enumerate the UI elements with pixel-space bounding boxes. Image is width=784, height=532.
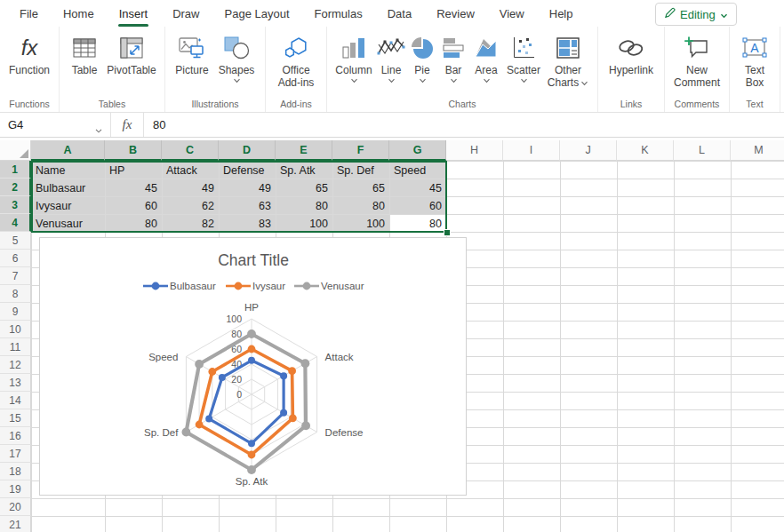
grid-cell-f3[interactable]: 80 bbox=[333, 197, 389, 214]
row-header-2[interactable]: 2 bbox=[0, 179, 31, 196]
column-header-k[interactable]: K bbox=[617, 140, 674, 161]
grid-cell-c1[interactable]: Attack bbox=[163, 162, 219, 179]
select-all-corner[interactable] bbox=[0, 140, 31, 161]
column-header-d[interactable]: D bbox=[219, 140, 276, 161]
grid-cell-a4[interactable]: Venusaur bbox=[32, 215, 105, 232]
grid-cell-a1[interactable]: Name bbox=[32, 162, 105, 179]
grid-cell-b2[interactable]: 45 bbox=[106, 179, 162, 196]
row-header-17[interactable]: 17 bbox=[0, 445, 31, 463]
pivottable-button[interactable]: PivotTable bbox=[104, 32, 159, 76]
grid-cell-f4[interactable]: 100 bbox=[333, 215, 389, 232]
office-add-ins-button[interactable]: Office Add-ins bbox=[271, 32, 321, 89]
row-header-1[interactable]: 1 bbox=[0, 161, 31, 179]
grid-cell-c2[interactable]: 49 bbox=[163, 179, 219, 196]
grid-cell-b4[interactable]: 80 bbox=[106, 215, 162, 232]
editing-mode-button[interactable]: Editing bbox=[655, 3, 737, 26]
row-header-15[interactable]: 15 bbox=[0, 409, 31, 427]
selection-fill-handle[interactable] bbox=[444, 229, 451, 236]
column-header-h[interactable]: H bbox=[446, 140, 503, 161]
row-header-6[interactable]: 6 bbox=[0, 250, 31, 267]
grid-cell-f1[interactable]: Sp. Def bbox=[333, 162, 389, 179]
gridline-vertical bbox=[731, 161, 732, 532]
bar-button[interactable]: Bar bbox=[437, 32, 469, 83]
grid-cell-c3[interactable]: 62 bbox=[163, 197, 219, 214]
new-comment-button[interactable]: New Comment bbox=[670, 32, 724, 89]
line-button[interactable]: Line bbox=[375, 32, 407, 83]
row-header-5[interactable]: 5 bbox=[0, 232, 31, 250]
column-header-m[interactable]: M bbox=[731, 140, 784, 161]
grid-cell-e4[interactable]: 100 bbox=[276, 215, 332, 232]
row-header-4[interactable]: 4 bbox=[0, 214, 31, 232]
grid-cell-d4[interactable]: 83 bbox=[220, 215, 276, 232]
picture-button[interactable]: Picture bbox=[171, 32, 213, 76]
grid-cell-e1[interactable]: Sp. Atk bbox=[276, 162, 332, 179]
row-header-12[interactable]: 12 bbox=[0, 356, 31, 374]
pie-button[interactable]: Pie bbox=[407, 32, 437, 83]
grid-cell-f2[interactable]: 65 bbox=[333, 179, 389, 196]
menu-tab-page-layout[interactable]: Page Layout bbox=[225, 0, 290, 27]
row-header-20[interactable]: 20 bbox=[0, 498, 31, 516]
embedded-radar-chart[interactable]: Chart TitleBulbasaurIvysaurVenusaur02040… bbox=[39, 237, 467, 496]
insert-function-button[interactable]: fx bbox=[111, 113, 144, 137]
grid-cell-g3[interactable]: 60 bbox=[390, 197, 446, 214]
legend-item-bulbasaur[interactable]: Bulbasaur bbox=[143, 281, 216, 291]
grid-cell-d2[interactable]: 49 bbox=[220, 179, 276, 196]
menu-tab-review[interactable]: Review bbox=[436, 0, 475, 27]
legend-item-ivysaur[interactable]: Ivysaur bbox=[226, 281, 285, 291]
menu-tab-data[interactable]: Data bbox=[388, 0, 412, 27]
menu-tab-home[interactable]: Home bbox=[63, 0, 94, 27]
grid-cell-g2[interactable]: 45 bbox=[390, 179, 446, 196]
hyperlink-button[interactable]: Hyperlink bbox=[604, 32, 659, 76]
area-button[interactable]: Area bbox=[469, 32, 503, 83]
column-header-a[interactable]: A bbox=[31, 140, 105, 161]
grid-cell-g1[interactable]: Speed bbox=[390, 162, 446, 179]
row-header-11[interactable]: 11 bbox=[0, 338, 31, 356]
column-header-b[interactable]: B bbox=[105, 140, 162, 161]
grid-cell-e2[interactable]: 65 bbox=[276, 179, 332, 196]
column-header-g[interactable]: G bbox=[389, 140, 446, 161]
menu-tab-help[interactable]: Help bbox=[549, 0, 573, 27]
row-header-21[interactable]: 21 bbox=[0, 516, 31, 532]
column-header-c[interactable]: C bbox=[162, 140, 219, 161]
grid-cell-c4[interactable]: 82 bbox=[163, 215, 219, 232]
grid-cell-d3[interactable]: 63 bbox=[220, 197, 276, 214]
column-header-f[interactable]: F bbox=[332, 140, 389, 161]
column-header-l[interactable]: L bbox=[674, 140, 731, 161]
row-header-7[interactable]: 7 bbox=[0, 267, 31, 285]
other-charts-button[interactable]: Other Charts bbox=[544, 32, 592, 89]
grid-cell-g4[interactable]: 80 bbox=[390, 215, 446, 232]
table-button[interactable]: Table bbox=[65, 32, 104, 76]
row-header-9[interactable]: 9 bbox=[0, 303, 31, 321]
menu-tab-draw[interactable]: Draw bbox=[172, 0, 199, 27]
menu-tab-view[interactable]: View bbox=[500, 0, 524, 27]
grid-cell-d1[interactable]: Defense bbox=[220, 162, 276, 179]
row-header-10[interactable]: 10 bbox=[0, 321, 31, 338]
row-header-3[interactable]: 3 bbox=[0, 196, 31, 214]
grid-cell-b3[interactable]: 60 bbox=[106, 197, 162, 214]
row-header-8[interactable]: 8 bbox=[0, 285, 31, 303]
scatter-button[interactable]: Scatter bbox=[503, 32, 544, 83]
menu-tab-insert[interactable]: Insert bbox=[119, 0, 148, 27]
chart-title[interactable]: Chart Title bbox=[218, 251, 289, 269]
menu-tab-formulas[interactable]: Formulas bbox=[315, 0, 363, 27]
menu-tab-file[interactable]: File bbox=[20, 0, 38, 27]
grid-cell-e3[interactable]: 80 bbox=[276, 197, 332, 214]
row-header-18[interactable]: 18 bbox=[0, 463, 31, 480]
column-header-j[interactable]: J bbox=[560, 140, 617, 161]
column-header-i[interactable]: I bbox=[503, 140, 560, 161]
grid-cell-a2[interactable]: Bulbasaur bbox=[32, 179, 105, 196]
formula-input[interactable]: 80 bbox=[144, 113, 784, 137]
row-header-13[interactable]: 13 bbox=[0, 374, 31, 392]
text-box-button[interactable]: AText Box bbox=[735, 32, 774, 89]
column-header-e[interactable]: E bbox=[276, 140, 332, 161]
row-header-19[interactable]: 19 bbox=[0, 480, 31, 498]
grid-cell-a3[interactable]: Ivysaur bbox=[32, 197, 105, 214]
row-header-14[interactable]: 14 bbox=[0, 392, 31, 409]
row-header-16[interactable]: 16 bbox=[0, 427, 31, 445]
function-button[interactable]: fxFunction bbox=[5, 32, 53, 76]
name-box[interactable]: G4 bbox=[0, 113, 111, 137]
grid-cell-b1[interactable]: HP bbox=[106, 162, 162, 179]
legend-item-venusaur[interactable]: Venusaur bbox=[294, 281, 364, 291]
shapes-button[interactable]: Shapes bbox=[213, 32, 260, 83]
column-button[interactable]: Column bbox=[332, 32, 375, 83]
